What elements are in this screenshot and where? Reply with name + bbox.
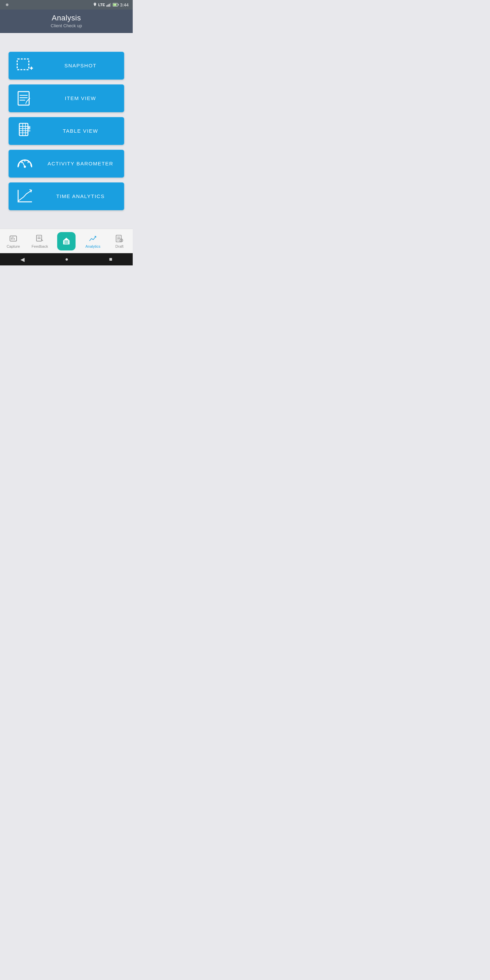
svg-rect-24 xyxy=(28,126,30,129)
draft-nav-icon xyxy=(115,234,124,243)
feedback-nav-label: Feedback xyxy=(32,244,48,248)
analytics-nav-label: Analytics xyxy=(86,244,100,248)
table-view-label: TABLE VIEW xyxy=(41,128,124,134)
svg-rect-6 xyxy=(118,4,118,5)
svg-line-16 xyxy=(25,102,27,103)
lte-label: LTE xyxy=(98,3,105,7)
home-button[interactable]: ● xyxy=(65,256,68,262)
time-analytics-icon xyxy=(8,182,41,210)
svg-rect-39 xyxy=(37,235,41,241)
svg-rect-1 xyxy=(107,5,107,6)
item-view-icon xyxy=(8,84,41,112)
status-left xyxy=(4,2,10,8)
page-subtitle: Client Check up xyxy=(5,23,127,28)
system-nav-bar: ◀ ● ■ xyxy=(0,253,133,266)
status-right: LTE 3:44 xyxy=(93,2,129,8)
snapshot-button[interactable]: SNAPSHOT xyxy=(8,52,124,80)
table-view-icon xyxy=(8,117,41,145)
svg-rect-4 xyxy=(110,3,111,7)
wifi-icon xyxy=(4,2,10,8)
back-button[interactable]: ◀ xyxy=(21,256,24,263)
nav-capture[interactable]: Capture xyxy=(0,229,27,253)
draft-nav-label: Draft xyxy=(115,244,124,248)
page-title: Analysis xyxy=(5,14,127,22)
nav-home-center xyxy=(53,229,80,253)
nav-home-button[interactable] xyxy=(57,232,76,250)
time-display: 3:44 xyxy=(120,2,129,8)
snapshot-label: SNAPSHOT xyxy=(41,63,124,68)
item-view-button[interactable]: ITEM VIEW xyxy=(8,84,124,112)
nav-draft[interactable]: Draft xyxy=(106,229,133,253)
header: Analysis Client Check up xyxy=(0,10,133,33)
signal-icon xyxy=(107,3,111,7)
svg-rect-25 xyxy=(28,130,30,131)
feedback-nav-icon xyxy=(35,234,44,243)
svg-rect-3 xyxy=(109,4,110,6)
nav-analytics[interactable]: Analytics xyxy=(80,229,106,253)
status-bar: LTE 3:44 xyxy=(0,0,133,10)
barometer-label: ACTIVITY BAROMETER xyxy=(41,161,124,166)
snapshot-icon xyxy=(8,52,41,80)
item-view-label: ITEM VIEW xyxy=(41,95,124,101)
table-view-button[interactable]: TABLE VIEW xyxy=(8,117,124,145)
home-nav-icon xyxy=(62,237,71,246)
capture-nav-label: Capture xyxy=(6,244,20,248)
svg-rect-2 xyxy=(108,5,108,6)
time-analytics-label: TIME ANALYTICS xyxy=(41,193,124,199)
barometer-icon xyxy=(8,150,41,178)
activity-barometer-button[interactable]: ACTIVITY BAROMETER xyxy=(8,150,124,178)
svg-rect-11 xyxy=(18,92,29,105)
nav-feedback[interactable]: Feedback xyxy=(27,229,53,253)
svg-rect-35 xyxy=(10,236,17,241)
capture-nav-icon xyxy=(9,234,18,243)
analytics-nav-icon xyxy=(89,234,97,243)
svg-rect-8 xyxy=(17,59,29,70)
svg-point-50 xyxy=(121,240,122,240)
svg-point-0 xyxy=(6,3,8,6)
svg-rect-17 xyxy=(19,123,27,135)
time-analytics-button[interactable]: TIME ANALYTICS xyxy=(8,182,124,210)
svg-point-32 xyxy=(24,165,25,167)
bottom-nav: Capture Feedback Analytics xyxy=(0,229,133,253)
battery-icon xyxy=(113,3,119,7)
main-content: SNAPSHOT ITEM VIEW xyxy=(0,33,133,229)
recents-button[interactable]: ■ xyxy=(109,256,113,262)
location-icon xyxy=(93,2,97,7)
